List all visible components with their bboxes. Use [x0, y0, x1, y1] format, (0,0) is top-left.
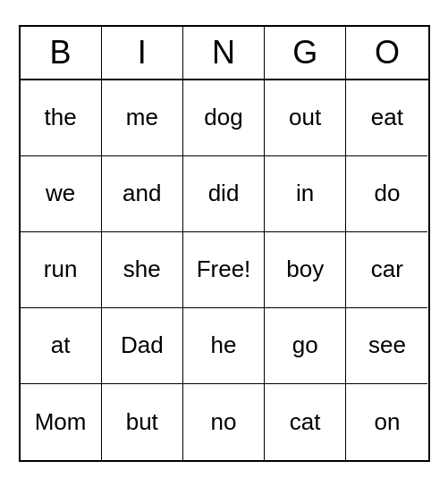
header-b: B	[21, 27, 102, 79]
header-i: I	[102, 27, 183, 79]
cell-4-4[interactable]: on	[346, 384, 427, 460]
bingo-card: B I N G O the me dog out eat we and did …	[19, 25, 430, 462]
cell-2-0[interactable]: run	[21, 232, 102, 308]
cell-4-0[interactable]: Mom	[21, 384, 102, 460]
cell-3-3[interactable]: go	[265, 308, 346, 384]
bingo-header: B I N G O	[21, 27, 428, 80]
cell-1-1[interactable]: and	[102, 156, 183, 232]
header-o: O	[346, 27, 427, 79]
cell-4-2[interactable]: no	[183, 384, 265, 460]
cell-3-4[interactable]: see	[346, 308, 427, 384]
cell-2-2[interactable]: Free!	[183, 232, 265, 308]
cell-3-2[interactable]: he	[183, 308, 265, 384]
cell-2-4[interactable]: car	[346, 232, 427, 308]
cell-4-3[interactable]: cat	[265, 384, 346, 460]
cell-1-0[interactable]: we	[21, 156, 102, 232]
cell-1-4[interactable]: do	[346, 156, 427, 232]
header-n: N	[183, 27, 265, 79]
cell-2-3[interactable]: boy	[265, 232, 346, 308]
cell-0-3[interactable]: out	[265, 80, 346, 156]
cell-0-2[interactable]: dog	[183, 80, 265, 156]
cell-0-1[interactable]: me	[102, 80, 183, 156]
bingo-grid: the me dog out eat we and did in do run …	[21, 80, 428, 460]
header-g: G	[265, 27, 346, 79]
cell-2-1[interactable]: she	[102, 232, 183, 308]
cell-3-0[interactable]: at	[21, 308, 102, 384]
cell-0-0[interactable]: the	[21, 80, 102, 156]
cell-1-3[interactable]: in	[265, 156, 346, 232]
cell-4-1[interactable]: but	[102, 384, 183, 460]
cell-0-4[interactable]: eat	[346, 80, 427, 156]
cell-1-2[interactable]: did	[183, 156, 265, 232]
cell-3-1[interactable]: Dad	[102, 308, 183, 384]
